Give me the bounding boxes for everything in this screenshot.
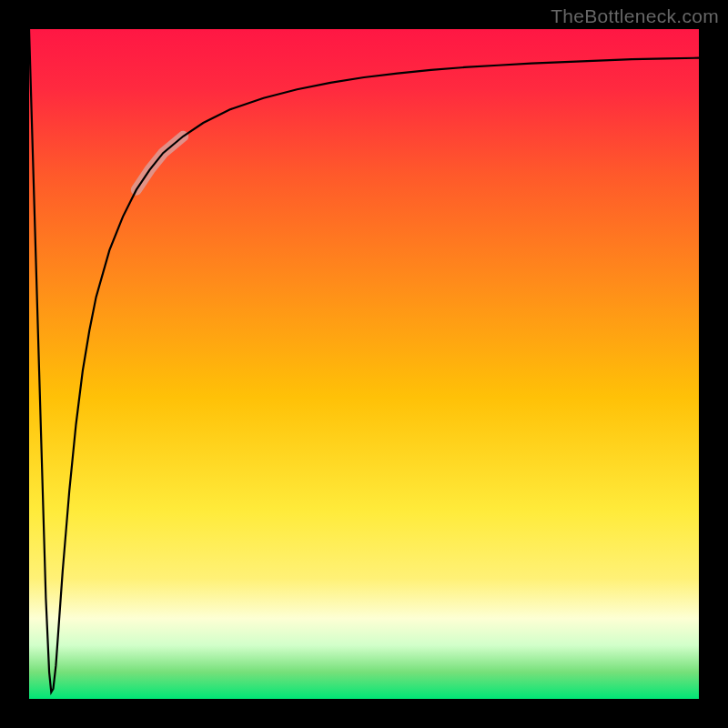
chart-container: TheBottleneck.com bbox=[0, 0, 728, 728]
highlight-segment bbox=[136, 136, 184, 190]
watermark-text: TheBottleneck.com bbox=[551, 5, 719, 27]
plot-area bbox=[29, 29, 699, 699]
curve-layer bbox=[29, 29, 699, 699]
bottleneck-curve bbox=[29, 29, 699, 693]
